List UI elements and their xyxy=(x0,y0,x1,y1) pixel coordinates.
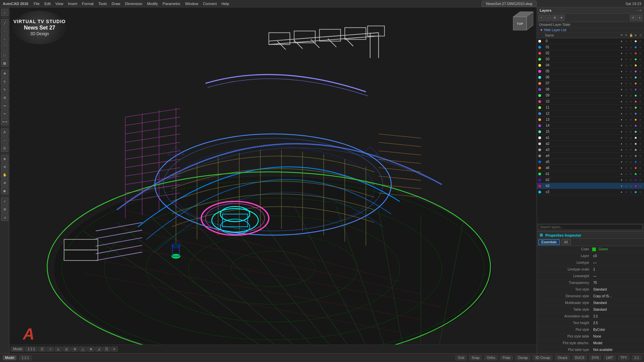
layer-on-icon[interactable]: ● xyxy=(619,88,624,91)
snap-button[interactable]: ⊹ xyxy=(47,347,54,352)
layer-freeze-icon[interactable]: ○ xyxy=(624,154,629,158)
layer-row[interactable]: 0 ● ○ ○ ■ ○ xyxy=(537,38,644,44)
status-tpy[interactable]: TPY xyxy=(618,355,629,360)
toolbar-dim[interactable]: ↔ xyxy=(1,136,8,144)
layer-on-icon[interactable]: ● xyxy=(619,94,624,97)
layer-on-icon[interactable]: ● xyxy=(619,70,624,73)
layer-print-icon[interactable]: ○ xyxy=(638,118,643,121)
menu-view[interactable]: View xyxy=(55,2,63,6)
layer-freeze-icon[interactable]: ○ xyxy=(624,40,629,43)
layer-row[interactable]: 10 ● ○ ○ ■ ○ xyxy=(537,99,644,105)
toolbar-layer[interactable]: ☰ xyxy=(1,144,8,152)
layer-freeze-icon[interactable]: ○ xyxy=(624,190,629,194)
layer-lock-icon[interactable]: ○ xyxy=(629,166,633,170)
status-otrack[interactable]: Otrack xyxy=(555,355,570,360)
layer-row[interactable]: b1 ● ○ ○ ■ ○ xyxy=(537,171,644,177)
menu-format[interactable]: Format xyxy=(82,2,94,6)
toolbar-trim[interactable]: ✂ xyxy=(1,110,8,117)
layer-settings-btn[interactable]: ⚙ xyxy=(552,15,558,21)
layer-on-icon[interactable]: ● xyxy=(619,190,624,194)
layer-print-icon[interactable]: ○ xyxy=(638,64,643,67)
layer-freeze-icon[interactable]: ○ xyxy=(624,184,629,188)
layer-freeze-icon[interactable]: ○ xyxy=(624,88,629,91)
layer-lock-icon[interactable]: ○ xyxy=(629,118,633,121)
menu-modify[interactable]: Modify xyxy=(147,2,158,6)
toolbar-circle[interactable]: ○ xyxy=(1,35,8,43)
layer-freeze-icon[interactable]: ○ xyxy=(624,70,629,73)
status-ducs[interactable]: DUCS xyxy=(573,355,587,360)
scale-button[interactable]: 1:1:1 xyxy=(25,347,37,352)
layer-freeze-icon[interactable]: ○ xyxy=(624,94,629,97)
toolbar-arc[interactable]: ⌒ xyxy=(1,43,8,51)
layer-print-icon[interactable]: ○ xyxy=(638,142,643,145)
layer-lock-icon[interactable]: ○ xyxy=(629,142,633,145)
layer-freeze-icon[interactable]: ○ xyxy=(624,64,629,67)
layer-lock-icon[interactable]: ○ xyxy=(629,154,633,158)
toolbar-orbit[interactable]: ⊛ xyxy=(1,163,8,170)
layer-row[interactable]: 11 ● ○ ○ ■ ○ xyxy=(537,105,644,111)
layer-print-icon[interactable]: ○ xyxy=(638,154,643,158)
layer-on-icon[interactable]: ● xyxy=(619,130,624,133)
layer-on-icon[interactable]: ● xyxy=(619,154,624,158)
layer-on-icon[interactable]: ● xyxy=(619,166,624,170)
layer-freeze-icon[interactable]: ○ xyxy=(624,118,629,121)
layer-freeze-icon[interactable]: ○ xyxy=(624,100,629,103)
layer-print-icon[interactable]: ○ xyxy=(638,46,643,49)
toolbar-render[interactable]: ◉ xyxy=(1,187,8,194)
layer-on-icon[interactable]: ● xyxy=(619,118,624,121)
col-on[interactable]: 👁 xyxy=(619,34,624,37)
viewport[interactable]: VIRTUAL TV STUDIO News Set 27 3D Design … xyxy=(9,7,537,353)
layer-print-icon[interactable]: ○ xyxy=(638,190,643,194)
layer-lock-icon[interactable]: ○ xyxy=(629,82,633,85)
layer-row[interactable]: 08 ● ○ ○ ■ ○ xyxy=(537,86,644,93)
layer-print-icon[interactable]: ○ xyxy=(638,88,643,91)
menu-file[interactable]: File xyxy=(34,2,40,6)
layer-lock-icon[interactable]: ○ xyxy=(629,76,633,79)
layer-row[interactable]: 09 ● ○ ○ ■ ○ xyxy=(537,93,644,99)
layer-print-icon[interactable]: ○ xyxy=(638,136,643,139)
col-freeze[interactable]: ❄ xyxy=(624,34,629,37)
layer-print-icon[interactable]: ○ xyxy=(638,160,643,164)
layer-row[interactable]: a3 ● ○ ○ ■ ○ xyxy=(537,147,644,153)
layer-lock-icon[interactable]: ○ xyxy=(629,106,633,109)
file-tab[interactable]: NewsSet-27-DWG2010.dwg xyxy=(482,1,537,7)
status-3dosnap[interactable]: 3D Osnap xyxy=(533,355,552,360)
layer-print-icon[interactable]: ○ xyxy=(638,112,643,115)
layer-on-icon[interactable]: ● xyxy=(619,58,624,61)
layer-on-icon[interactable]: ● xyxy=(619,148,624,152)
toolbar-line[interactable]: ╱ xyxy=(1,19,8,26)
layers-minimize[interactable]: − xyxy=(636,9,638,12)
layer-freeze-icon[interactable]: ○ xyxy=(624,58,629,61)
viewcube[interactable]: TOP xyxy=(506,10,533,37)
layer-row[interactable]: b2 ● ○ ○ ■ ○ xyxy=(537,177,644,183)
menu-window[interactable]: Window xyxy=(185,2,198,6)
layer-lock-icon[interactable]: ○ xyxy=(629,58,633,61)
layer-print-icon[interactable]: ○ xyxy=(638,124,643,127)
layers-search-input[interactable] xyxy=(538,224,643,230)
menu-dimension[interactable]: Dimension xyxy=(125,2,142,6)
layer-print-icon[interactable]: ○ xyxy=(638,184,643,188)
toolbar-rect[interactable]: □ xyxy=(1,51,8,59)
layer-row[interactable]: 07 ● ○ ○ ■ ○ xyxy=(537,80,644,86)
layer-on-icon[interactable]: ● xyxy=(619,178,624,182)
layer-lock-icon[interactable]: ○ xyxy=(629,46,633,49)
layer-row[interactable]: 15 ● ○ ○ ■ ○ xyxy=(537,129,644,135)
layer-freeze-icon[interactable]: ○ xyxy=(624,142,629,145)
layer-print-icon[interactable]: ○ xyxy=(638,58,643,61)
lwt-button[interactable]: ≡ xyxy=(111,347,118,352)
layer-lock-icon[interactable]: ○ xyxy=(629,100,633,103)
menu-edit[interactable]: Edit xyxy=(44,2,51,6)
layer-row[interactable]: 06 ● ○ ○ ■ ○ xyxy=(537,74,644,80)
layer-refresh-btn[interactable]: ↺ xyxy=(630,15,636,21)
ducs-button[interactable]: ⊿ xyxy=(95,347,103,352)
status-polar[interactable]: Polar xyxy=(500,355,513,360)
layer-row[interactable]: 03 ● ○ ○ ■ ○ xyxy=(537,56,644,62)
layer-print-icon[interactable]: ○ xyxy=(638,106,643,109)
layer-freeze-icon[interactable]: ○ xyxy=(624,178,629,182)
col-lock[interactable]: 🔒 xyxy=(629,34,633,37)
layer-freeze-icon[interactable]: ○ xyxy=(624,112,629,115)
layer-on-icon[interactable]: ● xyxy=(619,160,624,164)
layer-row[interactable]: 05 ● ○ ○ ■ ○ xyxy=(537,68,644,74)
layer-row[interactable]: a2 ● ○ ○ ■ ○ xyxy=(537,141,644,147)
toolbar-mirror[interactable]: ⇔ xyxy=(1,102,8,109)
